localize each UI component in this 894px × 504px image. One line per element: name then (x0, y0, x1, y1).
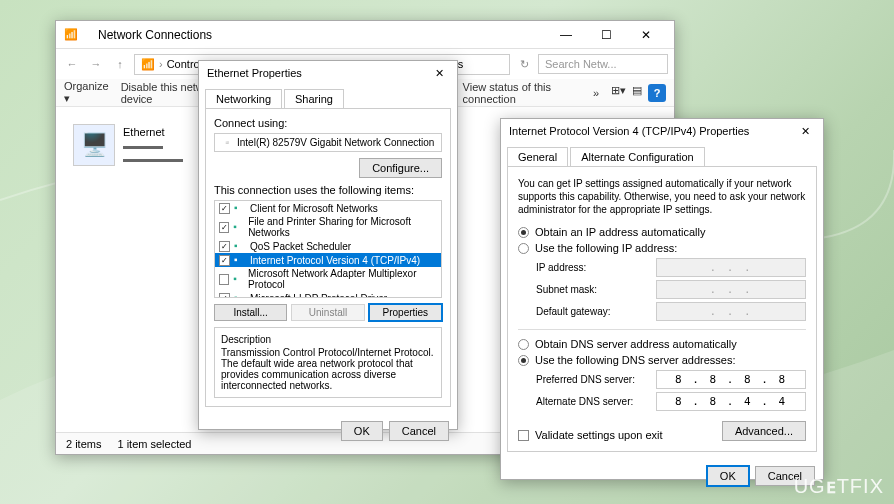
maximize-button[interactable]: ☐ (586, 22, 626, 48)
back-button[interactable]: ← (62, 58, 82, 70)
tabs: Networking Sharing (199, 85, 457, 108)
items-label: This connection uses the following items… (214, 184, 442, 196)
qos-icon: ▪ (234, 240, 246, 252)
selected-count: 1 item selected (117, 438, 191, 450)
ok-button[interactable]: OK (341, 421, 383, 441)
dialog-titlebar: Ethernet Properties ✕ (199, 61, 457, 85)
validate-checkbox-row[interactable]: Validate settings upon exit (518, 429, 663, 441)
adapter-field: ▫️ Intel(R) 82579V Gigabit Network Conne… (214, 133, 442, 152)
ipv4-icon: ▪ (234, 254, 246, 266)
dialog-title: Internet Protocol Version 4 (TCP/IPv4) P… (509, 125, 795, 137)
ethernet-icon: 🖥️ (73, 124, 115, 166)
connect-using-label: Connect using: (214, 117, 442, 129)
configure-button[interactable]: Configure... (359, 158, 442, 178)
dialog-title: Ethernet Properties (207, 67, 429, 79)
pref-dns-input[interactable]: 8 . 8 . 8 . 8 (656, 370, 806, 389)
help-icon[interactable]: ? (648, 84, 666, 102)
organize-menu[interactable]: Organize ▾ (64, 80, 109, 105)
radio-icon (518, 227, 529, 238)
mux-icon: ▪ (233, 273, 244, 285)
obtain-dns-radio-row[interactable]: Obtain DNS server address automatically (518, 338, 806, 350)
checkbox-icon[interactable] (219, 274, 229, 285)
use-dns-label: Use the following DNS server addresses: (535, 354, 736, 366)
checkbox-icon[interactable]: ✓ (219, 222, 229, 233)
tab-alternate[interactable]: Alternate Configuration (570, 147, 705, 166)
subnet-label: Subnet mask: (536, 284, 656, 295)
preview-pane-icon[interactable]: ▤ (632, 84, 642, 102)
folder-icon: 📶 (64, 28, 78, 41)
list-item-label: Microsoft Network Adapter Multiplexor Pr… (248, 268, 437, 290)
close-icon[interactable]: ✕ (795, 125, 815, 138)
view-status-button[interactable]: View status of this connection (463, 81, 581, 105)
ip-address-input: . . . (656, 258, 806, 277)
tab-networking[interactable]: Networking (205, 89, 282, 108)
validate-label: Validate settings upon exit (535, 429, 663, 441)
item-count: 2 items (66, 438, 101, 450)
list-item-label: File and Printer Sharing for Microsoft N… (248, 216, 437, 238)
list-item-label: QoS Packet Scheduler (250, 241, 351, 252)
checkbox-icon[interactable]: ✓ (219, 241, 230, 252)
uninstall-button[interactable]: Uninstall (291, 304, 364, 321)
properties-button[interactable]: Properties (369, 304, 442, 321)
description-label: Description (221, 334, 435, 345)
close-button[interactable]: ✕ (626, 22, 666, 48)
networking-panel: Connect using: ▫️ Intel(R) 82579V Gigabi… (205, 108, 451, 407)
forward-button[interactable]: → (86, 58, 106, 70)
minimize-button[interactable]: — (546, 22, 586, 48)
ok-button[interactable]: OK (707, 466, 749, 486)
list-item[interactable]: ✓▪QoS Packet Scheduler (215, 239, 441, 253)
description-box: Description Transmission Control Protoco… (214, 327, 442, 398)
nic-icon: ▫️ (221, 137, 233, 148)
tab-general[interactable]: General (507, 147, 568, 166)
cancel-button[interactable]: Cancel (389, 421, 449, 441)
up-button[interactable]: ↑ (110, 58, 130, 70)
close-icon[interactable]: ✕ (429, 67, 449, 80)
use-ip-label: Use the following IP address: (535, 242, 677, 254)
use-dns-radio-row[interactable]: Use the following DNS server addresses: (518, 354, 806, 366)
list-item-label: Microsoft LLDP Protocol Driver (250, 293, 387, 299)
checkbox-icon[interactable]: ✓ (219, 293, 230, 299)
list-item-label: Client for Microsoft Networks (250, 203, 378, 214)
view-toggle-icon[interactable]: ⊞▾ (611, 84, 626, 102)
alt-dns-label: Alternate DNS server: (536, 396, 656, 407)
watermark: UGᴇTFIX (794, 474, 884, 498)
tab-sharing[interactable]: Sharing (284, 89, 344, 108)
list-item[interactable]: ✓▪File and Printer Sharing for Microsoft… (215, 215, 441, 239)
refresh-button[interactable]: ↻ (514, 58, 534, 71)
ipv4-properties-dialog: Internet Protocol Version 4 (TCP/IPv4) P… (500, 118, 824, 480)
subnet-input: . . . (656, 280, 806, 299)
obtain-ip-label: Obtain an IP address automatically (535, 226, 705, 238)
more-button[interactable]: » (593, 87, 599, 99)
obtain-ip-radio-row[interactable]: Obtain an IP address automatically (518, 226, 806, 238)
list-item[interactable]: ✓▪Microsoft LLDP Protocol Driver (215, 291, 441, 298)
install-button[interactable]: Install... (214, 304, 287, 321)
checkbox-icon (518, 430, 529, 441)
checkbox-icon[interactable]: ✓ (219, 255, 230, 266)
search-input[interactable]: Search Netw... (538, 54, 668, 74)
info-text: You can get IP settings assigned automat… (518, 177, 806, 216)
adapter-name: Intel(R) 82579V Gigabit Network Connecti… (237, 137, 434, 148)
obtain-dns-label: Obtain DNS server address automatically (535, 338, 737, 350)
checkbox-icon[interactable]: ✓ (219, 203, 230, 214)
network-items-list[interactable]: ✓▪Client for Microsoft Networks✓▪File an… (214, 200, 442, 298)
pref-dns-label: Preferred DNS server: (536, 374, 656, 385)
connection-sub: ▬▬▬▬ (123, 139, 183, 152)
advanced-button[interactable]: Advanced... (722, 421, 806, 441)
use-ip-radio-row[interactable]: Use the following IP address: (518, 242, 806, 254)
description-text: Transmission Control Protocol/Internet P… (221, 347, 435, 391)
ip-address-label: IP address: (536, 262, 656, 273)
alt-dns-input[interactable]: 8 . 8 . 4 . 4 (656, 392, 806, 411)
general-panel: You can get IP settings assigned automat… (507, 166, 817, 452)
connection-sub2: ▬▬▬▬▬▬ (123, 152, 183, 165)
list-item[interactable]: ✓▪Internet Protocol Version 4 (TCP/IPv4) (215, 253, 441, 267)
client-icon: ▪ (234, 202, 246, 214)
lldp-icon: ▪ (234, 292, 246, 298)
list-item[interactable]: ▪Microsoft Network Adapter Multiplexor P… (215, 267, 441, 291)
radio-icon (518, 355, 529, 366)
gateway-input: . . . (656, 302, 806, 321)
gateway-label: Default gateway: (536, 306, 656, 317)
titlebar: 📶 Network Connections — ☐ ✕ (56, 21, 674, 49)
window-title: Network Connections (78, 28, 546, 42)
list-item[interactable]: ✓▪Client for Microsoft Networks (215, 201, 441, 215)
radio-icon (518, 339, 529, 350)
